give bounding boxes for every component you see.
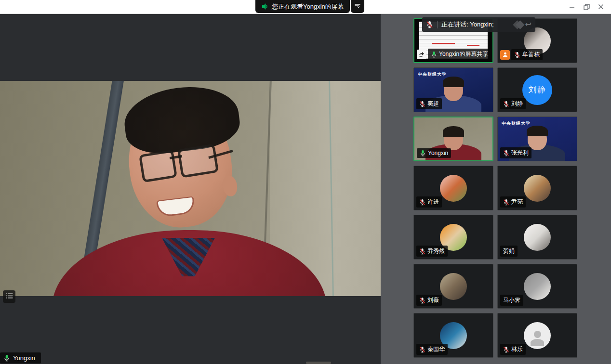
name-label: 乔秀然 [416, 246, 448, 257]
initials-avatar: 刘静 [522, 75, 552, 105]
participant-name: 乔秀然 [427, 247, 445, 255]
avatar [524, 273, 551, 300]
person-hair [527, 126, 548, 136]
participant-grid: Yongxin的屏幕共享 牟善栋 中央财经大学 [413, 18, 577, 358]
avatar [440, 175, 467, 202]
mic-muted-icon [503, 150, 509, 156]
participant-tile[interactable]: Yongxin [413, 117, 493, 161]
speaking-banner-text: 正在讲话: Yongxin; [441, 20, 494, 29]
participant-tile[interactable]: 刘薇 [413, 264, 493, 309]
tile-footer: Yongxin [417, 148, 451, 158]
tile-footer: 牟善栋 [500, 49, 543, 60]
name-label: 刘薇 [416, 295, 442, 306]
window-controls [565, 0, 608, 13]
tile-footer: Yongxin的屏幕共享 [417, 49, 491, 60]
tile-footer: 秦国华 [416, 344, 448, 355]
participant-name: 张光利 [511, 149, 529, 157]
tile-footer: 刘薇 [416, 295, 442, 306]
screen-share-icon [417, 50, 426, 59]
name-label: 林乐 [500, 344, 526, 355]
notification-options-button[interactable] [351, 0, 364, 13]
default-avatar [524, 322, 551, 349]
speaking-banner: 正在讲话: Yongxin; ↩ [422, 17, 535, 32]
reply-arrow-icon: ↩ [525, 21, 531, 28]
banner-watermark-icons: ↩ [514, 21, 531, 28]
close-button[interactable] [594, 0, 608, 13]
tile-footer: 乔秀然 [416, 246, 448, 257]
mic-muted-icon [419, 297, 425, 304]
name-label: 刘静 [500, 98, 526, 109]
screen-view-notification-pill[interactable]: 您正在观看Yongxin的屏幕 [255, 0, 350, 13]
name-label: 马小霁 [500, 295, 523, 306]
layout-list-icon [6, 292, 13, 301]
main-video-art [0, 81, 381, 296]
mic-muted-icon [419, 101, 425, 107]
participant-name: 尹亮 [511, 198, 523, 206]
participant-tile[interactable]: 秦国华 [413, 313, 493, 358]
view-options-button[interactable] [3, 290, 15, 303]
avatar [524, 175, 551, 202]
participant-tile[interactable]: 林乐 [497, 313, 577, 358]
participant-tile[interactable]: 乔秀然 [413, 215, 493, 260]
tile-footer: 许进 [416, 196, 442, 208]
mic-active-icon [3, 354, 10, 362]
name-label: Yongxin的屏幕共享 [428, 49, 491, 60]
restore-icon [584, 4, 590, 10]
mic-muted-icon [419, 248, 425, 255]
main-speaker-name: Yongxin [13, 354, 35, 362]
mic-active-icon [420, 150, 426, 156]
participant-tile[interactable]: 中央财经大学 张光利 [497, 117, 577, 161]
participant-tile[interactable]: 许进 [413, 166, 493, 210]
minimize-button[interactable] [565, 0, 579, 13]
mic-muted-icon [503, 346, 509, 353]
participant-tile[interactable]: 尹亮 [497, 166, 577, 210]
mic-muted-icon [426, 21, 433, 28]
tile-footer: 张光利 [500, 147, 531, 158]
mic-muted-icon [503, 199, 509, 206]
mic-muted-icon [514, 52, 520, 58]
tile-footer: 贺娟 [500, 246, 518, 257]
participant-name: 贺娟 [503, 247, 515, 255]
speaker-icon [261, 3, 268, 10]
person-hair [443, 77, 464, 87]
participant-name: 秦国华 [427, 345, 445, 353]
mic-muted-icon [419, 199, 425, 206]
participant-name: 刘薇 [427, 296, 439, 304]
name-label: 秦国华 [416, 344, 448, 355]
mic-active-icon [431, 51, 437, 58]
name-label: 许进 [416, 196, 442, 208]
tile-footer: 尹亮 [500, 196, 526, 208]
tile-footer: 林乐 [500, 344, 526, 355]
notification-text: 您正在观看Yongxin的屏幕 [272, 2, 344, 11]
main-speaker-name-label: Yongxin [0, 352, 41, 364]
main-video-region: Yongxin [0, 13, 381, 364]
participant-name: 刘静 [511, 100, 523, 108]
participant-tile[interactable]: 贺娟 [497, 215, 577, 260]
close-icon [598, 4, 604, 10]
glasses [139, 150, 177, 183]
mic-muted-icon [419, 346, 425, 353]
participant-name: 马小霁 [503, 296, 520, 304]
minimize-icon [569, 4, 575, 10]
tile-footer: 马小霁 [500, 295, 523, 306]
participant-name: Yongxin的屏幕共享 [439, 50, 488, 58]
name-label: 贺娟 [500, 246, 518, 257]
screen-view-notification: 您正在观看Yongxin的屏幕 [255, 0, 364, 13]
participant-name: 许进 [427, 198, 439, 206]
presence-icon [500, 50, 510, 60]
horizontal-scrollbar-thumb[interactable] [306, 362, 331, 364]
tile-footer: 窦超 [416, 98, 442, 109]
name-label: 张光利 [500, 147, 531, 158]
participant-tile[interactable]: 中央财经大学 窦超 [413, 67, 493, 112]
restore-button[interactable] [579, 0, 594, 13]
avatar [440, 273, 467, 300]
participant-tile[interactable]: 刘静 刘静 [497, 67, 577, 112]
participant-name: 林乐 [511, 345, 523, 353]
participant-name: 牟善栋 [522, 51, 540, 59]
participant-name: Yongxin [428, 150, 448, 156]
participant-name: 窦超 [427, 100, 439, 108]
name-label: Yongxin [417, 148, 451, 158]
person-hair [443, 126, 464, 137]
name-label: 牟善栋 [511, 49, 543, 60]
participant-tile[interactable]: 马小霁 [497, 264, 577, 309]
